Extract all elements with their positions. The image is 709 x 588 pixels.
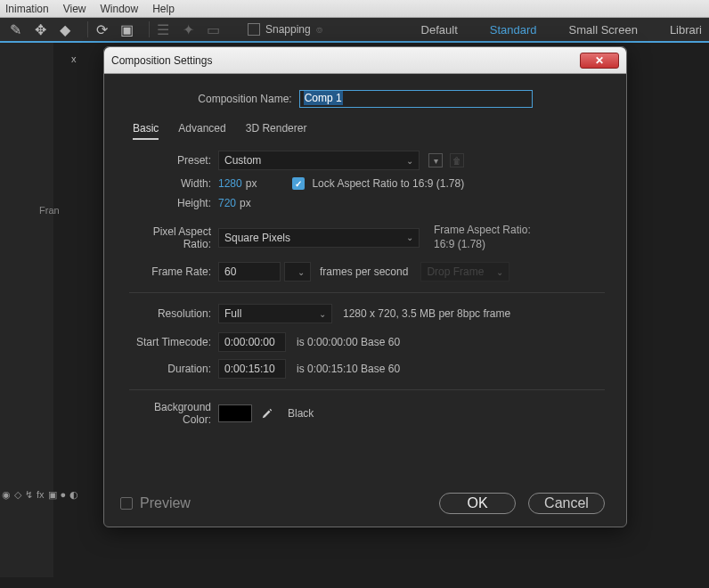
duration-label: Duration: [129, 363, 218, 375]
delete-preset-icon: 🗑 [450, 153, 464, 167]
menu-item-animation[interactable]: Inimation [5, 3, 49, 15]
bg-fragment-label: Fran [39, 205, 60, 216]
resolution-value: Full [224, 307, 241, 320]
cancel-button[interactable]: Cancel [528, 493, 605, 514]
start-timecode-input[interactable]: 0:00:00:00 [218, 332, 286, 352]
workspace-standard[interactable]: Standard [490, 23, 537, 37]
eyedropper-icon[interactable] [259, 405, 275, 421]
par-label: Pixel Aspect Ratio: [129, 225, 218, 250]
tool-hand-icon[interactable]: ✥ [32, 21, 48, 37]
start-timecode-info: is 0:00:00:00 Base 60 [297, 336, 400, 348]
divider [129, 292, 605, 293]
composition-name-label: Composition Name: [198, 93, 298, 105]
lock-aspect-checkbox[interactable]: ✓ [292, 177, 305, 190]
chevron-down-icon: ⌄ [406, 233, 413, 242]
resolution-info: 1280 x 720, 3.5 MB per 8bpc frame [343, 307, 510, 320]
resolution-dropdown[interactable]: Full ⌄ [218, 304, 332, 323]
composition-name-value: Comp 1 [304, 91, 343, 105]
tool-camera-icon[interactable]: ▣ [118, 21, 134, 37]
ok-button[interactable]: OK [439, 493, 516, 514]
dialog-titlebar[interactable]: Composition Settings ✕ [104, 47, 626, 74]
tool-mask-icon: ▭ [205, 21, 221, 37]
duration-info: is 0:00:15:10 Base 60 [297, 363, 400, 375]
app-menubar: Inimation View Window Help [0, 0, 709, 18]
timeline-icons-strip: ◉ ◇ ↯fx▣●◐ [2, 486, 78, 502]
panel-close-icon[interactable]: x [71, 53, 77, 64]
dialog-tabs: Basic Advanced 3D Renderer [133, 122, 605, 140]
close-icon: ✕ [595, 54, 604, 67]
workspace-small-screen[interactable]: Small Screen [569, 23, 638, 37]
start-timecode-label: Start Timecode: [129, 336, 218, 348]
toolbar-separator [149, 21, 150, 37]
frame-aspect-ratio-value: 16:9 (1.78) [434, 238, 531, 252]
duration-value: 0:00:15:10 [224, 363, 275, 375]
workspace-default[interactable]: Default [421, 23, 458, 37]
height-label: Height: [129, 197, 218, 209]
frame-rate-unit: frames per second [320, 265, 408, 278]
duration-input[interactable]: 0:00:15:10 [218, 359, 286, 379]
dialog-close-button[interactable]: ✕ [580, 53, 619, 69]
chevron-down-icon: ⌄ [406, 156, 413, 166]
preset-value: Custom [224, 154, 261, 167]
chevron-down-icon: ⌄ [319, 309, 326, 319]
par-value: Square Pixels [224, 232, 290, 244]
menu-item-help[interactable]: Help [152, 3, 175, 15]
width-label: Width: [129, 177, 218, 190]
background-color-swatch[interactable] [218, 404, 252, 422]
tab-advanced[interactable]: Advanced [178, 122, 225, 140]
timeline-lock-icon[interactable]: ◇ [14, 489, 21, 501]
frame-rate-input[interactable]: 60 [218, 262, 281, 282]
pixel-aspect-ratio-dropdown[interactable]: Square Pixels ⌄ [218, 228, 420, 248]
drop-frame-value: Drop Frame [427, 265, 484, 278]
app-toolbar: ✎ ✥ ◆ ⟳ ▣ ☰ ✦ ▭ Snapping ⌾ Default Stand… [0, 18, 709, 43]
tool-shape-icon[interactable]: ◆ [57, 21, 73, 37]
divider [129, 389, 605, 390]
tool-puppet-icon: ☰ [155, 21, 171, 37]
snapping-checkbox-icon[interactable] [248, 23, 260, 36]
tool-anchor-icon: ✦ [180, 21, 196, 37]
preset-dropdown[interactable]: Custom ⌄ [218, 151, 420, 170]
snapping-toggle[interactable]: Snapping ⌾ [248, 23, 322, 36]
dialog-footer: ✓ Preview OK Cancel [104, 484, 626, 527]
composition-name-input[interactable]: Comp 1 [299, 90, 533, 108]
timeline-eye-icon[interactable]: ◉ [2, 489, 11, 501]
lock-aspect-label: Lock Aspect Ratio to 16:9 (1.78) [312, 177, 464, 190]
preview-label: Preview [140, 495, 191, 511]
preset-label: Preset: [129, 154, 218, 167]
frame-rate-value: 60 [224, 265, 236, 278]
tool-arrow-icon[interactable]: ✎ [7, 21, 23, 37]
frame-rate-label: Frame Rate: [129, 265, 218, 278]
workspace-switcher: Default Standard Small Screen Librari [421, 23, 702, 37]
background-color-label: Background Color: [129, 401, 218, 426]
snapping-label: Snapping [265, 23, 311, 36]
toolbar-separator [87, 21, 88, 37]
dialog-body: Composition Name: Comp 1 Basic Advanced … [104, 74, 626, 484]
drop-frame-dropdown: Drop Frame ⌄ [420, 262, 509, 282]
frame-aspect-ratio-title: Frame Aspect Ratio: [434, 224, 531, 238]
snapping-magnet-icon[interactable]: ⌾ [316, 23, 322, 36]
frame-rate-stepper[interactable]: ⌄ [284, 262, 311, 282]
resolution-label: Resolution: [129, 307, 218, 320]
height-input[interactable]: 720 [218, 197, 236, 209]
width-input[interactable]: 1280 [218, 177, 242, 190]
preview-checkbox[interactable]: ✓ [120, 497, 133, 510]
background-color-name: Black [288, 407, 314, 420]
height-unit: px [240, 197, 251, 209]
chevron-down-icon: ⌄ [496, 267, 503, 277]
chevron-down-icon: ⌄ [297, 267, 305, 277]
width-unit: px [246, 177, 257, 190]
menu-item-view[interactable]: View [63, 3, 86, 15]
start-timecode-value: 0:00:00:00 [224, 336, 275, 348]
composition-settings-dialog: Composition Settings ✕ Composition Name:… [103, 46, 627, 527]
save-preset-icon[interactable]: ▾ [428, 153, 443, 167]
dialog-title: Composition Settings [111, 54, 212, 67]
menu-item-window[interactable]: Window [101, 3, 139, 15]
workspace-libraries[interactable]: Librari [670, 23, 702, 37]
tool-rotate-icon[interactable]: ⟳ [94, 21, 110, 37]
tab-3d-renderer[interactable]: 3D Renderer [246, 122, 307, 140]
tab-basic[interactable]: Basic [133, 122, 159, 140]
